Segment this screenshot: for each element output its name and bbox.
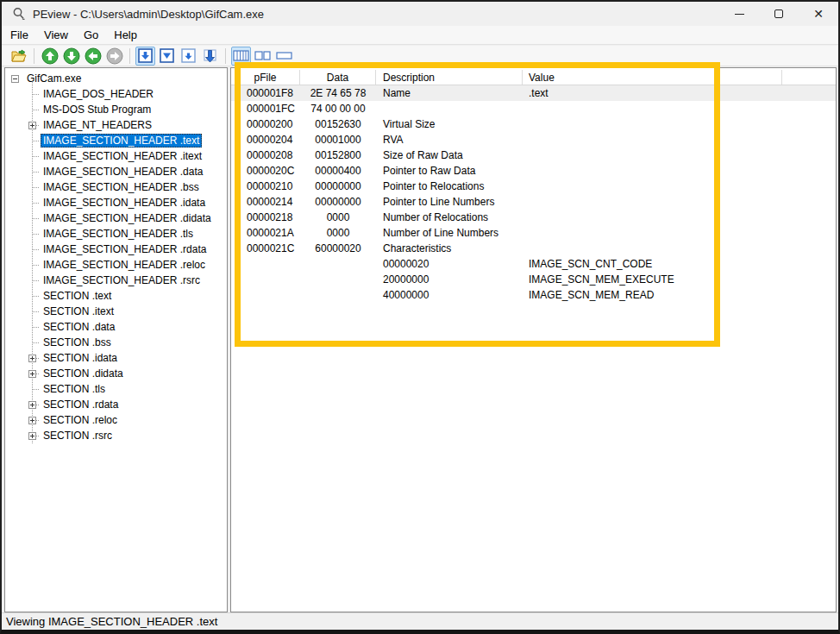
- table-row[interactable]: 000002180000Number of Relocations: [231, 210, 836, 225]
- cell-value: [523, 148, 782, 163]
- menu-go[interactable]: Go: [76, 27, 106, 43]
- tree-item-gifcam-exe[interactable]: GifCam.exe: [5, 71, 227, 86]
- tree-item-image-section-header-text[interactable]: IMAGE_SECTION_HEADER .text: [5, 133, 227, 148]
- tree-item-section-reloc[interactable]: SECTION .reloc: [5, 412, 227, 428]
- cell-description: Number of Line Numbers: [376, 225, 523, 241]
- tree-item-image-section-header-reloc[interactable]: IMAGE_SECTION_HEADER .reloc: [5, 257, 227, 273]
- expand-item-button[interactable]: [135, 47, 155, 66]
- tree-item-image-section-header-idata[interactable]: IMAGE_SECTION_HEADER .idata: [5, 195, 227, 210]
- tree-item-image-section-header-data[interactable]: IMAGE_SECTION_HEADER .data: [5, 164, 227, 179]
- tree-item-image-section-header-rsrc[interactable]: IMAGE_SECTION_HEADER .rsrc: [5, 273, 227, 288]
- tree-item-section-rsrc[interactable]: SECTION .rsrc: [5, 428, 227, 443]
- tree-connector-line: [32, 327, 39, 328]
- tree-item-image-section-header-tls[interactable]: IMAGE_SECTION_HEADER .tls: [5, 226, 227, 242]
- expand-plus-icon[interactable]: [28, 432, 36, 440]
- collapse-item-button[interactable]: [157, 47, 177, 66]
- goto-offset-button[interactable]: [200, 47, 220, 66]
- column-header-value[interactable]: Value: [523, 70, 782, 85]
- tree-connector-line: [32, 265, 39, 266]
- tree-item-ms-dos-stub-program[interactable]: MS-DOS Stub Program: [5, 102, 227, 117]
- tree-item-section-text[interactable]: SECTION .text: [5, 288, 227, 304]
- tree-item-label: SECTION .tls: [41, 382, 108, 396]
- column-header-description[interactable]: Description: [376, 70, 523, 85]
- tree-item-image-section-header-didata[interactable]: IMAGE_SECTION_HEADER .didata: [5, 210, 227, 226]
- maximize-button[interactable]: [759, 2, 799, 26]
- table-row[interactable]: 0000020000152630Virtual Size: [231, 116, 836, 132]
- cell-data: 00000000: [300, 179, 376, 194]
- tree-connector-line: [32, 296, 39, 297]
- cell-pfile: 00000214: [231, 194, 300, 210]
- nav-back-button[interactable]: [83, 47, 103, 66]
- single-pane-view-button[interactable]: [274, 47, 294, 66]
- expand-plus-icon[interactable]: [28, 370, 36, 378]
- nav-up-icon: [41, 47, 59, 65]
- column-header-pfile[interactable]: pFile: [231, 70, 300, 85]
- cell-pfile: 0000020C: [231, 163, 300, 179]
- tree-item-image-section-header-rdata[interactable]: IMAGE_SECTION_HEADER .rdata: [5, 242, 227, 257]
- cell-description: RVA: [376, 132, 523, 148]
- expand-plus-icon[interactable]: [28, 417, 36, 424]
- tree-item-image-section-header-bss[interactable]: IMAGE_SECTION_HEADER .bss: [5, 179, 227, 195]
- table-row[interactable]: 00000020IMAGE_SCN_CNT_CODE: [231, 256, 836, 272]
- table-row[interactable]: 000001F82E 74 65 78Name.text: [231, 85, 836, 101]
- cell-data: [300, 287, 376, 303]
- cell-pfile: 00000204: [231, 132, 300, 148]
- open-file-button[interactable]: [9, 47, 28, 66]
- tree-item-section-rdata[interactable]: SECTION .rdata: [5, 397, 227, 412]
- cell-data: 00000400: [300, 163, 376, 179]
- table-row[interactable]: 0000020800152800Size of Raw Data: [231, 148, 836, 163]
- tree-item-section-idata[interactable]: SECTION .idata: [5, 350, 227, 366]
- table-row[interactable]: 20000000IMAGE_SCN_MEM_EXECUTE: [231, 272, 836, 287]
- tree-connector-line: [32, 249, 39, 250]
- tree-item-label: SECTION .text: [41, 289, 114, 303]
- table-row[interactable]: 40000000IMAGE_SCN_MEM_READ: [231, 287, 836, 303]
- menu-view[interactable]: View: [36, 27, 76, 43]
- tree-item-section-itext[interactable]: SECTION .itext: [5, 304, 227, 319]
- table-row[interactable]: 0000021C60000020Characteristics: [231, 241, 836, 256]
- tree-item-image-dos-header[interactable]: IMAGE_DOS_HEADER: [5, 86, 227, 102]
- table-row[interactable]: 0000021000000000Pointer to Relocations: [231, 179, 836, 194]
- nav-back-icon: [85, 47, 102, 65]
- cell-pfile: 00000208: [231, 148, 300, 163]
- table-row[interactable]: 0000021A0000Number of Line Numbers: [231, 225, 836, 241]
- nav-up-button[interactable]: [40, 47, 60, 66]
- cell-data: 2E 74 65 78: [300, 85, 376, 101]
- minimize-button[interactable]: [719, 2, 759, 26]
- collapse-minus-icon[interactable]: [11, 75, 19, 83]
- cell-value: [523, 116, 782, 132]
- cell-description: Name: [376, 85, 523, 101]
- tree-item-label: MS-DOS Stub Program: [41, 103, 154, 116]
- tree-connector-line: [32, 218, 39, 219]
- menu-file[interactable]: File: [3, 27, 36, 43]
- tree-item-image-section-header-itext[interactable]: IMAGE_SECTION_HEADER .itext: [5, 148, 227, 164]
- menu-help[interactable]: Help: [106, 27, 145, 43]
- tree-connector-line: [32, 110, 39, 110]
- tree-item-label: IMAGE_SECTION_HEADER .text: [41, 134, 202, 148]
- tree-item-image-nt-headers[interactable]: IMAGE_NT_HEADERS: [5, 117, 227, 133]
- columns-view-button[interactable]: [231, 47, 251, 66]
- tree-item-section-data[interactable]: SECTION .data: [5, 319, 227, 335]
- cell-description: 00000020: [376, 256, 523, 272]
- nav-down-button[interactable]: [61, 47, 81, 66]
- tree-item-section-bss[interactable]: SECTION .bss: [5, 335, 227, 350]
- tree-item-label: IMAGE_NT_HEADERS: [41, 118, 154, 132]
- table-row[interactable]: 000001FC74 00 00 00: [231, 101, 836, 116]
- cell-value: [523, 163, 782, 179]
- next-item-button[interactable]: [179, 47, 198, 66]
- column-header-data[interactable]: Data: [300, 70, 376, 85]
- nav-forward-button[interactable]: [104, 47, 124, 66]
- table-row[interactable]: 0000020400001000RVA: [231, 132, 836, 148]
- tree-item-section-tls[interactable]: SECTION .tls: [5, 381, 227, 397]
- table-row[interactable]: 0000020C00000400Pointer to Raw Data: [231, 163, 836, 179]
- expand-plus-icon[interactable]: [28, 122, 36, 129]
- table-row[interactable]: 0000021400000000Pointer to Line Numbers: [231, 194, 836, 210]
- tree-connector-line: [32, 389, 39, 390]
- expand-plus-icon[interactable]: [28, 401, 36, 409]
- cell-pfile: 00000218: [231, 210, 300, 225]
- tree-item-section-didata[interactable]: SECTION .didata: [5, 366, 227, 381]
- menu-bar: File View Go Help: [2, 26, 838, 45]
- split-view-button[interactable]: [253, 47, 273, 66]
- cell-description: Number of Relocations: [376, 210, 523, 225]
- expand-plus-icon[interactable]: [28, 355, 36, 362]
- close-button[interactable]: ✕: [799, 2, 838, 26]
